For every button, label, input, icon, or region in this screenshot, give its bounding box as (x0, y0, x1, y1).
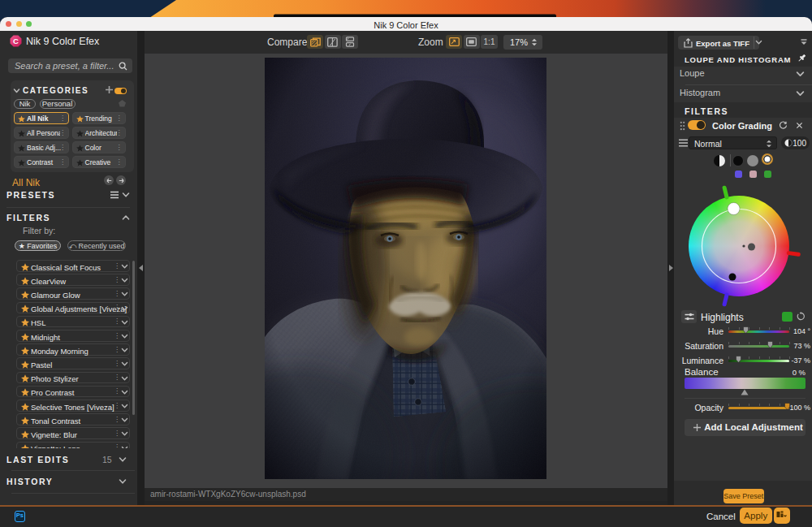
svg-text:C: C (13, 37, 19, 45)
